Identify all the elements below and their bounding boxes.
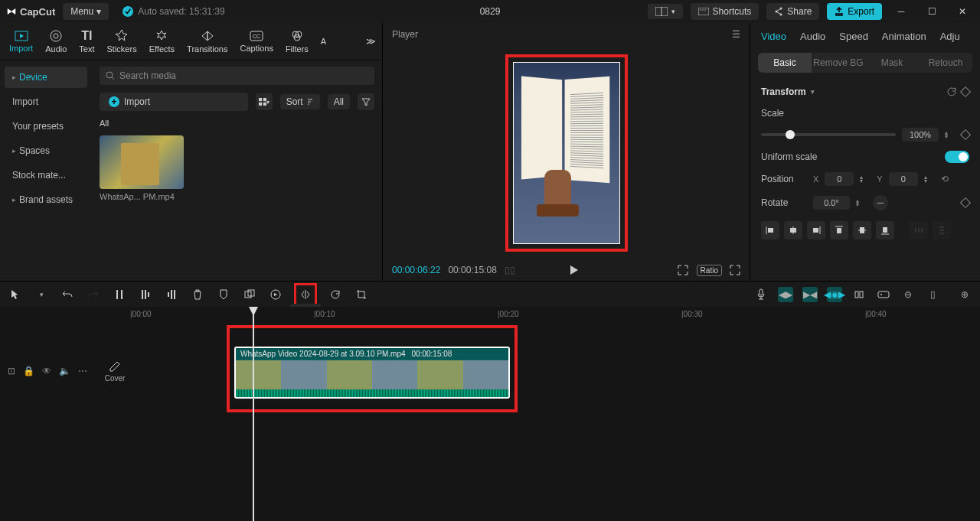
menu-button[interactable]: Menu ▾ (63, 3, 109, 20)
tab-stickers[interactable]: Stickers (104, 28, 140, 55)
position-y-input[interactable]: 0 (889, 172, 918, 186)
export-button[interactable]: Export (827, 3, 882, 20)
link-icon[interactable] (876, 287, 891, 302)
link-icon[interactable]: ⟲ (941, 174, 949, 184)
sidebar-item-brand[interactable]: ▸Brand assets (5, 189, 87, 210)
player-menu-icon[interactable]: ☰ (732, 29, 740, 40)
playhead[interactable] (253, 307, 254, 521)
rotate-dial[interactable]: ─ (873, 195, 888, 210)
preview-toggle[interactable]: ▯ (925, 287, 940, 302)
tab-effects[interactable]: Effects (146, 28, 178, 55)
tab-text[interactable]: TIText (76, 28, 97, 55)
snap-group[interactable]: ◀◉▶ (827, 287, 842, 302)
sidebar-item-import[interactable]: Import (5, 91, 87, 112)
sidebar-item-device[interactable]: ▸Device (5, 67, 87, 88)
timeline[interactable]: |00:00 |00:10 |00:20 |00:30 |00:40 ⊡ 🔒 👁… (0, 307, 980, 521)
align-bottom[interactable] (876, 221, 894, 239)
align-left[interactable] (761, 221, 779, 239)
x-spinner[interactable]: ▴▾ (860, 175, 871, 183)
tab-video[interactable]: Video (761, 31, 786, 42)
chevron-down-icon[interactable]: ▾ (34, 287, 49, 302)
chevron-down-icon[interactable]: ▾ (811, 88, 815, 96)
filter-all-button[interactable]: All (328, 94, 350, 109)
position-x-input[interactable]: 0 (825, 172, 854, 186)
tab-import[interactable]: Import (6, 28, 36, 54)
visibility-icon[interactable]: 👁 (42, 366, 51, 376)
timeline-clip[interactable]: WhatsApp Video 2024-08-29 at 3.09.10 PM.… (234, 347, 510, 399)
play-button[interactable] (567, 264, 580, 276)
rotate-spinner[interactable]: ▴▾ (856, 199, 867, 207)
mute-icon[interactable]: 🔈 (59, 366, 70, 376)
shortcuts-button[interactable]: Shortcuts (691, 3, 760, 20)
reset-icon[interactable] (946, 86, 957, 97)
tab-adjust[interactable]: Adju (940, 31, 960, 42)
sidebar-item-spaces[interactable]: ▸Spaces (5, 140, 87, 161)
mirror-button[interactable] (298, 287, 313, 302)
scale-keyframe[interactable] (960, 129, 971, 140)
close-button[interactable]: ✕ (951, 3, 974, 20)
maximize-button[interactable]: ☐ (920, 3, 943, 20)
align-top[interactable] (830, 221, 848, 239)
trim-left-button[interactable] (138, 287, 153, 302)
subtab-retouch[interactable]: Retouch (919, 53, 972, 73)
uniform-toggle[interactable] (945, 151, 969, 163)
undo-button[interactable] (60, 287, 75, 302)
tab-animation[interactable]: Animation (882, 31, 926, 42)
fullframe-icon[interactable] (677, 264, 689, 276)
cover-button[interactable]: Cover (100, 360, 130, 383)
magnet-button[interactable] (851, 287, 867, 302)
tab-speed[interactable]: Speed (839, 31, 868, 42)
split-button[interactable] (112, 287, 127, 302)
search-input[interactable]: Search media (100, 67, 374, 85)
keyframe-icon[interactable] (960, 86, 971, 97)
more-icon[interactable]: ⋯ (78, 366, 87, 376)
share-button[interactable]: Share (766, 3, 819, 20)
track-options-icon[interactable]: ⊡ (8, 366, 15, 376)
align-right[interactable] (807, 221, 825, 239)
rotate-keyframe[interactable] (960, 197, 971, 208)
scale-slider[interactable] (761, 133, 896, 136)
freeze-button[interactable] (242, 287, 257, 302)
tab-captions[interactable]: CCCaptions (237, 28, 276, 54)
align-v-center[interactable] (853, 221, 871, 239)
media-clip[interactable]: Added 00:16 WhatsAp... PM.mp4 (100, 135, 184, 201)
tab-audio[interactable]: Audio (800, 31, 825, 42)
y-spinner[interactable]: ▴▾ (924, 175, 935, 183)
subtab-basic[interactable]: Basic (758, 53, 812, 73)
player-viewport[interactable] (383, 46, 750, 259)
redo-button[interactable] (86, 287, 101, 302)
align-h-center[interactable] (784, 221, 802, 239)
timeline-ruler[interactable]: |00:00 |00:10 |00:20 |00:30 |00:40 (0, 307, 980, 325)
subtab-mask[interactable]: Mask (865, 53, 919, 73)
trim-right-button[interactable] (164, 287, 179, 302)
tab-transitions[interactable]: Transitions (184, 28, 230, 55)
snap-main[interactable]: ◀▶ (778, 287, 793, 302)
view-grid-button[interactable]: ▾ (256, 93, 273, 110)
marker-button[interactable] (216, 287, 231, 302)
lock-icon[interactable]: 🔒 (23, 366, 34, 376)
tab-audio[interactable]: Audio (42, 28, 70, 55)
sort-button[interactable]: Sort (280, 94, 320, 109)
crop-button[interactable] (354, 287, 369, 302)
reverse-button[interactable] (268, 287, 283, 302)
pointer-tool[interactable] (8, 287, 23, 302)
layout-button[interactable]: ▾ (648, 4, 683, 19)
subtab-removebg[interactable]: Remove BG (812, 53, 865, 73)
zoom-fit[interactable]: ⊕ (957, 287, 972, 302)
tab-adjust[interactable]: A (318, 35, 329, 47)
import-button[interactable]: + Import (100, 93, 248, 111)
rotate-button[interactable] (328, 287, 343, 302)
sidebar-item-presets[interactable]: Your presets (5, 116, 87, 137)
scale-spinner[interactable]: ▴▾ (945, 131, 956, 138)
sidebar-item-stock[interactable]: Stock mate... (5, 164, 87, 186)
fullscreen-icon[interactable] (730, 265, 740, 275)
scale-input[interactable]: 100% (902, 128, 939, 142)
zoom-out[interactable]: ⊖ (900, 287, 916, 302)
minimize-button[interactable]: ─ (890, 3, 913, 20)
rotate-input[interactable]: 0.0° (813, 196, 850, 210)
record-voiceover[interactable] (753, 287, 769, 302)
tab-filters[interactable]: Filters (283, 28, 312, 55)
snap-alt[interactable]: ▶◀ (802, 287, 818, 302)
compare-icon[interactable]: ▯▯ (505, 265, 515, 275)
tabs-more-button[interactable]: ≫ (366, 36, 376, 47)
